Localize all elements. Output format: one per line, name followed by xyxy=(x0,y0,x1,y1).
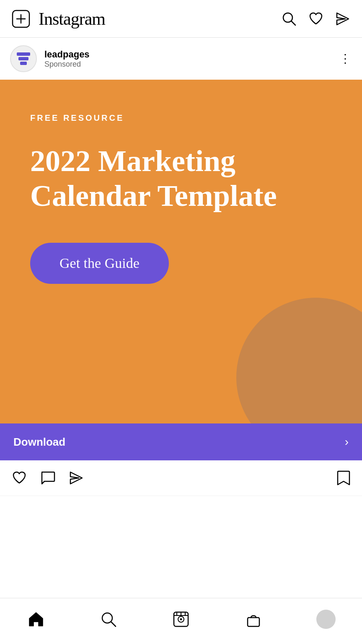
like-icon[interactable] xyxy=(12,470,27,486)
bottom-spacer xyxy=(0,496,362,542)
avatar-layers xyxy=(17,52,30,65)
post-header: leadpages Sponsored ⋮ xyxy=(0,38,362,80)
post-user-info: leadpages Sponsored xyxy=(44,49,90,69)
download-bar[interactable]: Download › xyxy=(0,423,362,460)
nav-home[interactable] xyxy=(26,609,47,630)
svg-line-4 xyxy=(292,21,296,25)
layer-3 xyxy=(20,62,27,65)
share-icon[interactable] xyxy=(69,470,84,486)
svg-point-9 xyxy=(180,618,182,620)
post-actions xyxy=(0,460,362,496)
download-chevron-icon: › xyxy=(345,435,349,449)
top-nav: Instagram xyxy=(0,0,362,38)
svg-rect-14 xyxy=(248,618,259,626)
download-label: Download xyxy=(13,436,65,449)
layer-2 xyxy=(18,57,28,60)
activity-icon[interactable] xyxy=(308,11,323,26)
username: leadpages xyxy=(44,49,90,60)
bottom-nav xyxy=(0,598,362,644)
sponsored-label: Sponsored xyxy=(44,60,90,69)
get-guide-button[interactable]: Get the Guide xyxy=(30,243,169,284)
ad-content: FREE RESOURCE 2022 Marketing Calendar Te… xyxy=(0,80,362,309)
bookmark-icon[interactable] xyxy=(337,470,350,486)
avatar xyxy=(10,45,37,72)
new-post-icon[interactable] xyxy=(12,10,30,28)
shop-icon xyxy=(245,611,262,628)
app-logo: Instagram xyxy=(39,10,105,28)
nav-shop[interactable] xyxy=(243,609,264,630)
decorative-circle xyxy=(236,298,362,423)
more-options-button[interactable]: ⋮ xyxy=(339,53,352,65)
svg-line-6 xyxy=(111,622,116,626)
ad-tag: FREE RESOURCE xyxy=(30,113,332,123)
nav-reels[interactable] xyxy=(171,609,191,630)
nav-left: Instagram xyxy=(12,10,105,28)
actions-left xyxy=(12,470,84,486)
layer-1 xyxy=(17,52,30,56)
search-icon[interactable] xyxy=(282,11,297,26)
ad-title: 2022 Marketing Calendar Template xyxy=(30,144,332,213)
post-user[interactable]: leadpages Sponsored xyxy=(10,45,90,72)
home-icon xyxy=(28,611,44,628)
send-icon[interactable] xyxy=(335,11,350,26)
profile-avatar xyxy=(316,610,336,629)
nav-profile[interactable] xyxy=(315,609,336,630)
nav-right xyxy=(282,11,350,26)
comment-icon[interactable] xyxy=(40,470,55,486)
ad-image: FREE RESOURCE 2022 Marketing Calendar Te… xyxy=(0,80,362,423)
reels-icon xyxy=(173,611,189,628)
nav-search[interactable] xyxy=(98,609,119,630)
search-nav-icon xyxy=(100,611,117,628)
